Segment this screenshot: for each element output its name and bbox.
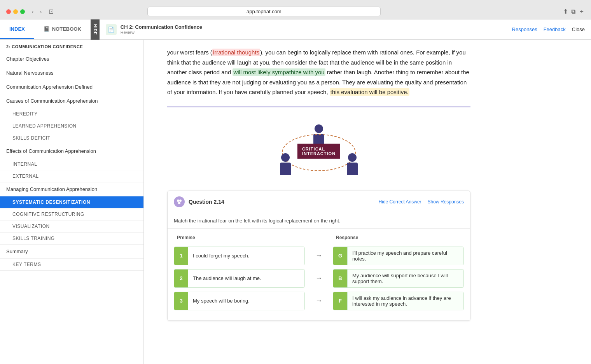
- sidebar-item-managing-ca[interactable]: Managing Communication Apprehension: [0, 182, 143, 196]
- ci-body-bl: [280, 163, 291, 175]
- sidebar-item-causes-ca[interactable]: Causes of Communication Apprehension: [0, 94, 143, 108]
- app-container: INDEX 📓 NOTEBOOK HIDE 📄 CH 2: Communicat…: [0, 19, 591, 364]
- response-text-1: I'll practice my speech and prepare care…: [347, 247, 463, 265]
- sidebar-item-chapter-objectives[interactable]: Chapter Objectives: [0, 52, 143, 66]
- browser-chrome: ‹ › ⊡ app.tophat.com ⬆ ⧉ ＋: [0, 0, 591, 19]
- feedback-link[interactable]: Feedback: [544, 26, 566, 32]
- match-container: Premise Response 1 I could forget my: [168, 229, 470, 320]
- match-row-2: 2 The audience will laugh at me. → B My …: [174, 269, 464, 288]
- ci-diagram: CRITICAL INTERACTION: [276, 124, 362, 175]
- ci-head-br: [348, 153, 357, 162]
- ci-figure-br: [347, 153, 358, 175]
- premise-header: Premise: [174, 235, 305, 243]
- sidebar: 2: COMMUNICATION CONFIDENCE Chapter Obje…: [0, 40, 144, 364]
- question-actions: Hide Correct Answer Show Responses: [379, 199, 464, 205]
- response-text-2: My audience will support me because I wi…: [347, 270, 463, 287]
- top-nav: INDEX 📓 NOTEBOOK HIDE 📄 CH 2: Communicat…: [0, 19, 591, 40]
- minimize-traffic-light[interactable]: [13, 9, 18, 14]
- response-header-col: Response: [333, 235, 464, 243]
- response-text-3: I will ask my audience in advance if the…: [347, 292, 463, 310]
- question-box: Question 2.14 Hide Correct Answer Show R…: [167, 191, 470, 321]
- responses-link[interactable]: Responses: [512, 26, 537, 32]
- arrow-1: →: [311, 252, 327, 260]
- hide-button[interactable]: HIDE: [91, 19, 100, 40]
- premise-text-3: My speech will be boring.: [188, 292, 304, 310]
- match-row-3: 3 My speech will be boring. → F I will a…: [174, 292, 464, 310]
- premise-num-3: 3: [174, 292, 188, 310]
- nav-buttons: ‹ ›: [30, 8, 44, 16]
- sidebar-section-header: 2: COMMUNICATION CONFIDENCE: [0, 40, 143, 52]
- response-3: F I will ask my audience in advance if t…: [333, 292, 464, 310]
- question-header: Question 2.14 Hide Correct Answer Show R…: [168, 191, 470, 213]
- content-area: your worst fears (irrational thoughts), …: [144, 40, 591, 364]
- match-row-1: 1 I could forget my speech. → G I'll pra…: [174, 247, 464, 265]
- share-button[interactable]: ⬆: [563, 7, 568, 16]
- premise-header-col: Premise: [174, 235, 305, 243]
- sidebar-item-summary[interactable]: Summary: [0, 245, 143, 259]
- response-letter-3: F: [333, 292, 347, 310]
- premise-text-1: I could forget my speech.: [188, 247, 304, 265]
- svg-point-0: [177, 200, 179, 202]
- hide-correct-answer-link[interactable]: Hide Correct Answer: [379, 199, 421, 205]
- sidebar-item-skills-training[interactable]: SKILLS TRAINING: [0, 233, 143, 245]
- main-layout: 2: COMMUNICATION CONFIDENCE Chapter Obje…: [0, 40, 591, 364]
- question-title: Question 2.14: [189, 199, 375, 205]
- notebook-tab-label: NOTEBOOK: [52, 26, 81, 32]
- sidebar-item-ca-defined[interactable]: Communication Apprehension Defined: [0, 80, 143, 94]
- tab-index[interactable]: INDEX: [0, 19, 34, 39]
- tab-group: INDEX 📓 NOTEBOOK: [0, 19, 91, 39]
- show-responses-link[interactable]: Show Responses: [428, 199, 464, 205]
- sidebar-item-natural-nervousness[interactable]: Natural Nervousness: [0, 66, 143, 80]
- question-icon: [174, 196, 185, 207]
- sidebar-item-internal[interactable]: INTERNAL: [0, 158, 143, 170]
- sidebar-item-systematic-desensitization[interactable]: SYSTEMATIC DESENSITIZATION: [0, 196, 143, 208]
- premise-num-2: 2: [174, 270, 188, 287]
- match-headers: Premise Response: [174, 235, 464, 243]
- svg-point-2: [178, 202, 180, 204]
- section-divider: [167, 107, 470, 107]
- chapter-title: CH 2: Communication Confidence: [121, 24, 202, 30]
- chapter-info: 📄 CH 2: Communication Confidence Review: [100, 24, 512, 35]
- premise-1: 1 I could forget my speech.: [174, 247, 305, 265]
- chapter-icon: 📄: [106, 24, 117, 35]
- sidebar-item-external[interactable]: EXTERNAL: [0, 170, 143, 182]
- premise-num-1: 1: [174, 247, 188, 265]
- ci-label: CRITICAL INTERACTION: [297, 144, 340, 158]
- forward-button[interactable]: ›: [38, 8, 44, 16]
- notebook-icon: 📓: [44, 26, 50, 32]
- content-paragraph: your worst fears (irrational thoughts), …: [167, 47, 470, 97]
- sidebar-item-cognitive-restructuring[interactable]: COGNITIVE RESTRUCTURING: [0, 208, 143, 220]
- sidebar-item-learned-apprehension[interactable]: LEARNED APPREHENSION: [0, 120, 143, 132]
- back-button[interactable]: ‹: [30, 8, 36, 16]
- chapter-details: CH 2: Communication Confidence Review: [121, 24, 202, 35]
- premise-3: 3 My speech will be boring.: [174, 292, 305, 310]
- close-traffic-light[interactable]: [6, 9, 11, 14]
- address-bar[interactable]: app.tophat.com: [147, 7, 381, 16]
- new-tab-button[interactable]: ＋: [579, 7, 585, 16]
- top-nav-actions: Responses Feedback Close: [512, 26, 591, 32]
- sidebar-item-skills-deficit[interactable]: SKILLS DEFICIT: [0, 132, 143, 144]
- arrow-3: →: [311, 297, 327, 305]
- critical-interaction-diagram: CRITICAL INTERACTION: [167, 117, 470, 183]
- arrow-2: →: [311, 274, 327, 282]
- svg-point-1: [179, 200, 182, 202]
- premise-text-2: The audience will laugh at me.: [188, 270, 304, 287]
- sidebar-item-effects-ca[interactable]: Effects of Communication Apprehension: [0, 144, 143, 158]
- highlight-irrational-thoughts: irrational thoughts: [212, 49, 260, 56]
- content-inner: your worst fears (irrational thoughts), …: [144, 40, 494, 344]
- response-header: Response: [333, 235, 464, 243]
- sidebar-item-heredity[interactable]: HEREDITY: [0, 108, 143, 120]
- duplicate-tab-button[interactable]: ⧉: [571, 7, 575, 16]
- ci-head-top: [315, 124, 323, 133]
- close-link[interactable]: Close: [572, 26, 585, 32]
- tab-notebook[interactable]: 📓 NOTEBOOK: [34, 19, 91, 39]
- traffic-lights: [6, 9, 25, 14]
- chapter-subtitle: Review: [121, 30, 202, 35]
- response-letter-1: G: [333, 247, 347, 265]
- sidebar-item-visualization[interactable]: VISUALIZATION: [0, 220, 143, 233]
- sidebar-item-key-terms[interactable]: KEY TERMS: [0, 259, 143, 271]
- layout-button[interactable]: ⊡: [49, 8, 54, 15]
- response-2: B My audience will support me because I …: [333, 269, 464, 288]
- ci-body-br: [347, 163, 358, 175]
- maximize-traffic-light[interactable]: [20, 9, 25, 14]
